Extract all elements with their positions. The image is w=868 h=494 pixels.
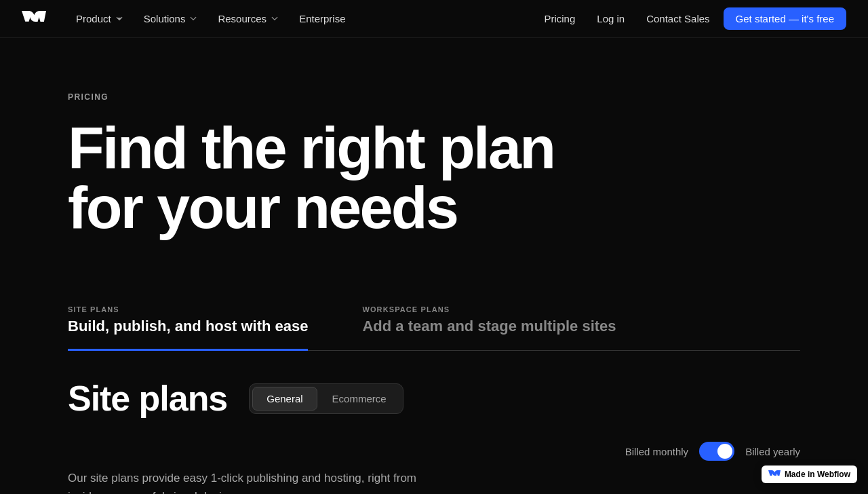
- nav-login-label: Log in: [597, 13, 625, 24]
- nav-item-pricing-label: Pricing: [544, 13, 575, 24]
- nav-item-product[interactable]: Product: [68, 9, 133, 28]
- site-plans-section: Site plans General Ecommerce: [0, 351, 868, 419]
- made-in-webflow-label: Made in Webflow: [785, 470, 850, 479]
- made-in-webflow-badge[interactable]: Made in Webflow: [762, 466, 857, 483]
- webflow-logo-icon: [22, 11, 46, 27]
- chevron-down-icon-2: [188, 14, 199, 24]
- nav-item-enterprise[interactable]: Enterprise: [291, 9, 353, 28]
- navigation: Product Solutions Resources Enterprise P…: [0, 0, 868, 38]
- site-plans-eyebrow: SITE PLANS: [68, 305, 308, 314]
- workspace-plans-tab-label: Add a team and stage multiple sites: [362, 318, 616, 335]
- plan-tabs: SITE PLANS Build, publish, and host with…: [68, 305, 800, 351]
- nav-item-solutions[interactable]: Solutions: [136, 9, 208, 28]
- nav-links: Product Solutions Resources Enterprise: [68, 9, 354, 28]
- nav-login-link[interactable]: Log in: [589, 9, 633, 28]
- workspace-plans-eyebrow: WORKSPACE PLANS: [362, 305, 616, 314]
- ecommerce-tab-label: Ecommerce: [332, 393, 387, 404]
- nav-left: Product Solutions Resources Enterprise: [22, 9, 354, 28]
- billing-toggle[interactable]: [699, 442, 734, 461]
- site-plans-title: Site plans: [68, 378, 227, 419]
- general-tab-label: General: [267, 393, 302, 404]
- get-started-label: Get started — it's free: [736, 13, 834, 24]
- hero-title-line2: for your needs: [68, 174, 457, 241]
- plan-type-general-tab[interactable]: General: [252, 387, 317, 411]
- chevron-down-icon: [114, 14, 125, 24]
- nav-item-resources-label: Resources: [218, 13, 267, 24]
- webflow-badge-icon: [768, 470, 781, 478]
- plan-type-ecommerce-tab[interactable]: Ecommerce: [319, 387, 400, 411]
- hero-eyebrow: PRICING: [68, 92, 800, 102]
- hero-title: Find the right plan for your needs: [68, 118, 556, 238]
- billed-monthly-label: Billed monthly: [625, 446, 688, 457]
- site-plans-desc-text: Our site plans provide easy 1-click publ…: [68, 469, 420, 494]
- plan-tabs-section: SITE PLANS Build, publish, and host with…: [0, 278, 868, 351]
- hero-title-line1: Find the right plan: [68, 114, 554, 181]
- billing-row: Billed monthly Billed yearly: [0, 435, 868, 461]
- site-plans-tab-label: Build, publish, and host with ease: [68, 318, 308, 335]
- toggle-knob: [717, 444, 732, 459]
- nav-item-enterprise-label: Enterprise: [299, 13, 345, 24]
- nav-contact-sales-label: Contact Sales: [646, 13, 709, 24]
- site-plans-description: Our site plans provide easy 1-click publ…: [0, 461, 868, 494]
- site-plans-header: Site plans General Ecommerce: [68, 378, 800, 419]
- billed-yearly-label: Billed yearly: [745, 446, 800, 457]
- plan-tab-workspace[interactable]: WORKSPACE PLANS Add a team and stage mul…: [362, 305, 616, 351]
- plan-type-tabs: General Ecommerce: [249, 383, 403, 414]
- nav-item-resources[interactable]: Resources: [210, 9, 288, 28]
- chevron-down-icon-3: [269, 14, 280, 24]
- nav-item-pricing[interactable]: Pricing: [536, 9, 583, 28]
- nav-item-product-label: Product: [76, 13, 111, 24]
- hero-section: PRICING Find the right plan for your nee…: [0, 38, 868, 278]
- nav-contact-sales-link[interactable]: Contact Sales: [638, 9, 717, 28]
- nav-right: Pricing Log in Contact Sales Get started…: [536, 7, 846, 30]
- plan-tab-site[interactable]: SITE PLANS Build, publish, and host with…: [68, 305, 308, 351]
- webflow-logo[interactable]: [22, 11, 46, 27]
- get-started-button[interactable]: Get started — it's free: [724, 7, 846, 30]
- nav-item-solutions-label: Solutions: [144, 13, 186, 24]
